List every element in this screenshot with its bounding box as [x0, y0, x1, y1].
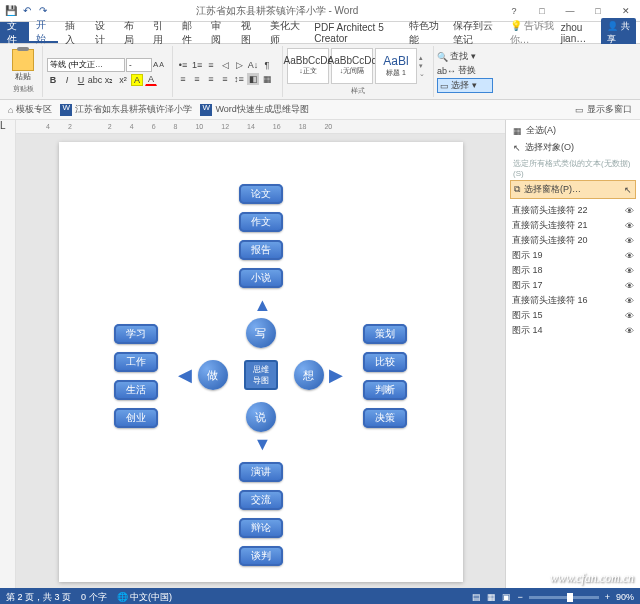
indent-inc-icon[interactable]: ▷ [233, 59, 245, 71]
justify-icon[interactable]: ≡ [219, 73, 231, 85]
list-item[interactable]: 直接箭头连接符 16👁 [510, 293, 636, 308]
multilevel-icon[interactable]: ≡ [205, 59, 217, 71]
diagram-center[interactable]: 思维 导图 [244, 360, 278, 390]
node-bot-1[interactable]: 交流 [239, 490, 283, 510]
tab-special[interactable]: 特色功能 [402, 22, 446, 43]
font-color-icon[interactable]: A [145, 74, 157, 86]
redo-icon[interactable]: ↷ [36, 4, 50, 18]
select-objects[interactable]: ↖ 选择对象(O) [510, 139, 636, 156]
eye-icon[interactable]: 👁 [625, 296, 634, 306]
node-top-0[interactable]: 论文 [239, 184, 283, 204]
eye-icon[interactable]: 👁 [625, 251, 634, 261]
sup-button[interactable]: x² [117, 74, 129, 86]
diagram-head-top[interactable]: 写 [246, 318, 276, 348]
strike-button[interactable]: abc [89, 74, 101, 86]
zoom-in-button[interactable]: + [605, 592, 610, 602]
styles-up[interactable]: ▴ [419, 54, 429, 62]
node-left-0[interactable]: 学习 [114, 324, 158, 344]
weblayout-icon[interactable]: ▣ [502, 592, 511, 602]
style-nospace[interactable]: AaBbCcDc↓无间隔 [331, 48, 373, 84]
list-item[interactable]: 直接箭头连接符 21👁 [510, 218, 636, 233]
save-icon[interactable]: 💾 [4, 4, 18, 18]
eye-icon[interactable]: 👁 [625, 311, 634, 321]
node-top-2[interactable]: 报告 [239, 240, 283, 260]
show-marks-icon[interactable]: ¶ [261, 59, 273, 71]
page-status[interactable]: 第 2 页，共 3 页 [6, 591, 71, 604]
eye-icon[interactable]: 👁 [625, 281, 634, 291]
doc-tab-templates[interactable]: ⌂ 模板专区 [8, 103, 52, 116]
lang-status[interactable]: 🌐 中文(中国) [117, 591, 173, 604]
tab-beautify[interactable]: 美化大师 [263, 22, 307, 43]
node-right-2[interactable]: 判断 [363, 380, 407, 400]
readmode-icon[interactable]: ▤ [472, 592, 481, 602]
doc-tab-current[interactable]: 江苏省如东县耕茶镇许泽小学 [60, 103, 192, 116]
select-similar[interactable]: 选定所有格式类似的文本(无数据)(S) [510, 156, 636, 180]
node-top-1[interactable]: 作文 [239, 212, 283, 232]
italic-button[interactable]: I [61, 74, 73, 86]
select-pane-menu[interactable]: ⧉ 选择窗格(P)… ↖ [510, 180, 636, 199]
eye-icon[interactable]: 👁 [625, 221, 634, 231]
list-item[interactable]: 图示 18👁 [510, 263, 636, 278]
document-area[interactable]: 422468101214161820 思维 导图 写 说 做 想 ▲ ▼ ◀ ▶… [16, 120, 505, 588]
grow-font-icon[interactable]: A [153, 60, 158, 69]
styles-down[interactable]: ▾ [419, 62, 429, 70]
node-right-1[interactable]: 比较 [363, 352, 407, 372]
tab-file[interactable]: 文件 [0, 22, 29, 43]
align-right-icon[interactable]: ≡ [205, 73, 217, 85]
tab-review[interactable]: 审阅 [204, 22, 233, 43]
underline-button[interactable]: U [75, 74, 87, 86]
paste-button[interactable]: 粘贴 [8, 49, 38, 82]
align-left-icon[interactable]: ≡ [177, 73, 189, 85]
eye-icon[interactable]: 👁 [625, 206, 634, 216]
tab-view[interactable]: 视图 [234, 22, 263, 43]
minimize-button[interactable]: — [556, 0, 584, 22]
node-right-0[interactable]: 策划 [363, 324, 407, 344]
borders-icon[interactable]: ▦ [261, 73, 273, 85]
highlight-icon[interactable]: A [131, 74, 143, 86]
node-bot-3[interactable]: 谈判 [239, 546, 283, 566]
style-h1[interactable]: AaBl标题 1 [375, 48, 417, 84]
diagram-head-right[interactable]: 想 [294, 360, 324, 390]
select-all[interactable]: ▦ 全选(A) [510, 122, 636, 139]
sub-button[interactable]: x₂ [103, 74, 115, 86]
list-item[interactable]: 直接箭头连接符 22👁 [510, 203, 636, 218]
select-button[interactable]: ▭ 选择 ▾ [437, 78, 493, 93]
tab-layout[interactable]: 布局 [117, 22, 146, 43]
sort-icon[interactable]: A↓ [247, 59, 259, 71]
eye-icon[interactable]: 👁 [625, 236, 634, 246]
node-right-3[interactable]: 决策 [363, 408, 407, 428]
diagram-head-left[interactable]: 做 [198, 360, 228, 390]
eye-icon[interactable]: 👁 [625, 326, 634, 336]
zoom-slider[interactable] [529, 596, 599, 599]
node-left-3[interactable]: 创业 [114, 408, 158, 428]
list-item[interactable]: 图示 17👁 [510, 278, 636, 293]
tab-design[interactable]: 设计 [88, 22, 117, 43]
zoom-out-button[interactable]: − [517, 592, 522, 602]
list-item[interactable]: 直接箭头连接符 20👁 [510, 233, 636, 248]
node-top-3[interactable]: 小说 [239, 268, 283, 288]
shrink-font-icon[interactable]: A [159, 61, 164, 68]
align-center-icon[interactable]: ≡ [191, 73, 203, 85]
node-bot-2[interactable]: 辩论 [239, 518, 283, 538]
undo-icon[interactable]: ↶ [20, 4, 34, 18]
list-item[interactable]: 图示 15👁 [510, 308, 636, 323]
font-name-select[interactable]: 等线 (中文正… [47, 58, 125, 72]
tell-me[interactable]: 💡 告诉我你… [510, 19, 557, 47]
list-item[interactable]: 图示 14👁 [510, 323, 636, 338]
tab-mailings[interactable]: 邮件 [175, 22, 204, 43]
numbering-icon[interactable]: 1≡ [191, 59, 203, 71]
eye-icon[interactable]: 👁 [625, 266, 634, 276]
printlayout-icon[interactable]: ▦ [487, 592, 496, 602]
line-spacing-icon[interactable]: ↕≡ [233, 73, 245, 85]
styles-more[interactable]: ⌄ [419, 70, 429, 78]
zoom-value[interactable]: 90% [616, 592, 634, 602]
replace-button[interactable]: ab↔ 替换 [437, 64, 493, 77]
node-left-2[interactable]: 生活 [114, 380, 158, 400]
find-button[interactable]: 🔍 查找 ▾ [437, 50, 493, 63]
multiwin-button[interactable]: ▭ 显示多窗口 [575, 103, 632, 116]
share-button[interactable]: 👤 共享 [601, 18, 636, 48]
doc-tab-mindmap[interactable]: Word快速生成思维导图 [200, 103, 308, 116]
tab-pdf[interactable]: PDF Architect 5 Creator [307, 22, 401, 43]
node-left-1[interactable]: 工作 [114, 352, 158, 372]
tab-insert[interactable]: 插入 [58, 22, 87, 43]
